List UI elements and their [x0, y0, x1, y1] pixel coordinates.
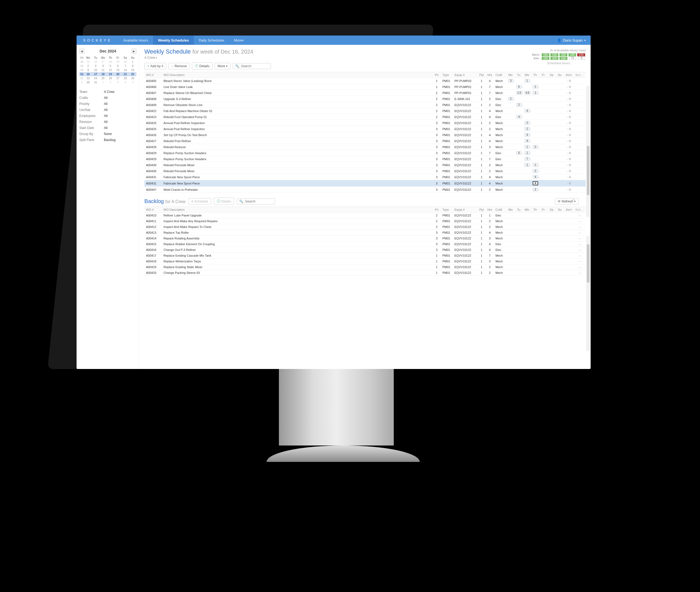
column-header[interactable]: Equip #: [453, 207, 477, 213]
day-cell[interactable]: [531, 138, 539, 144]
column-header[interactable]: We: [523, 207, 531, 213]
day-cell[interactable]: [539, 264, 548, 270]
day-cell[interactable]: [556, 84, 564, 90]
column-header[interactable]: WO Description: [162, 207, 432, 213]
calendar-day[interactable]: 5: [129, 80, 136, 85]
column-header[interactable]: Ppl: [477, 207, 485, 213]
backlog-search[interactable]: 🔍: [237, 198, 275, 204]
day-cell[interactable]: [556, 264, 564, 270]
column-header[interactable]: Alert: [564, 72, 574, 78]
user-menu[interactable]: 👤 Dario Supan: [552, 36, 591, 45]
day-cell[interactable]: [531, 241, 539, 247]
table-row[interactable]: A00406Line Drain Valve Leak1PM01PP-PUMP0…: [144, 84, 586, 90]
day-cell[interactable]: [531, 270, 539, 276]
column-header[interactable]: We: [523, 72, 531, 78]
column-header[interactable]: Th: [531, 72, 539, 78]
day-cell[interactable]: [506, 144, 515, 150]
backlog-refresh-button[interactable]: ⟳ Refresh: [555, 198, 578, 205]
day-cell[interactable]: [539, 218, 548, 224]
calendar-day[interactable]: 1: [99, 80, 107, 85]
day-cell[interactable]: [531, 96, 539, 102]
table-row[interactable]: A00426Set Up CP Pump On Test Bench3PM01E…: [144, 132, 586, 138]
day-cell[interactable]: [548, 102, 556, 108]
backlog-close[interactable]: ×: [572, 198, 575, 202]
day-cell[interactable]: [539, 230, 548, 236]
column-header[interactable]: Hrs: [485, 207, 494, 213]
table-row[interactable]: A00419Replace Existing Static Mixer1PM01…: [144, 264, 586, 270]
day-cell[interactable]: [556, 258, 564, 264]
column-header[interactable]: Hrs: [485, 72, 494, 78]
day-cell[interactable]: [556, 241, 564, 247]
day-cell[interactable]: [548, 84, 556, 90]
column-header[interactable]: Ppl: [477, 72, 485, 78]
calendar-day[interactable]: 28: [122, 76, 129, 80]
day-cell[interactable]: [506, 253, 515, 258]
day-cell[interactable]: [539, 187, 548, 193]
day-cell[interactable]: [556, 213, 564, 218]
day-cell[interactable]: [515, 162, 523, 168]
day-cell[interactable]: [556, 90, 564, 96]
column-header[interactable]: Craft: [494, 207, 506, 213]
table-row[interactable]: A00431Fabricate New Spool Piece3PM01EQVV…: [144, 180, 586, 187]
column-header[interactable]: Sched Comp: [574, 72, 586, 78]
calendar-day[interactable]: 4: [122, 80, 129, 85]
day-cell[interactable]: [548, 174, 556, 180]
day-cell[interactable]: 4: [515, 114, 523, 120]
day-cell[interactable]: [556, 132, 564, 138]
calendar-day[interactable]: 11: [99, 68, 107, 72]
table-row[interactable]: A00430Rebuild Peroxide Mixer3PM01EQVV101…: [144, 168, 586, 174]
day-cell[interactable]: [506, 230, 515, 236]
table-row[interactable]: A00414Repack Rotating Assembly3PM01EQVV1…: [144, 236, 586, 241]
calendar-day[interactable]: 26: [92, 60, 99, 64]
backlog-search-input[interactable]: [245, 200, 270, 203]
table-row[interactable]: A00408Upgrade S-3 Refiner2PM01E-3008-101…: [144, 96, 586, 102]
day-cell[interactable]: 2: [531, 168, 539, 174]
day-cell[interactable]: [539, 162, 548, 168]
day-cell[interactable]: 4: [531, 174, 539, 180]
day-cell[interactable]: [548, 168, 556, 174]
day-cell[interactable]: [548, 213, 556, 218]
day-cell[interactable]: 2: [515, 102, 523, 108]
day-cell[interactable]: [523, 258, 531, 264]
day-cell[interactable]: [515, 108, 523, 114]
day-cell[interactable]: [515, 241, 523, 247]
day-cell[interactable]: [506, 132, 515, 138]
nav-more[interactable]: More: [229, 36, 248, 45]
filter-row[interactable]: Group ByNone: [79, 131, 136, 137]
day-cell[interactable]: [523, 84, 531, 90]
day-cell[interactable]: [539, 120, 548, 126]
day-cell[interactable]: [548, 90, 556, 96]
table-row[interactable]: A00447Weld Cracks In Preheater3PM01EQVV1…: [144, 187, 586, 193]
day-cell[interactable]: [506, 270, 515, 276]
day-cell[interactable]: [515, 224, 523, 230]
day-cell[interactable]: [523, 253, 531, 258]
day-cell[interactable]: [548, 236, 556, 241]
day-cell[interactable]: [515, 236, 523, 241]
day-cell[interactable]: [523, 96, 531, 102]
day-cell[interactable]: [523, 236, 531, 241]
calendar-day[interactable]: 27: [114, 76, 122, 80]
day-cell[interactable]: [539, 102, 548, 108]
calendar-day[interactable]: 29: [129, 76, 136, 80]
day-cell[interactable]: [556, 102, 564, 108]
calendar-day[interactable]: 9: [85, 68, 92, 72]
day-cell[interactable]: [523, 218, 531, 224]
day-cell[interactable]: [506, 236, 515, 241]
calendar-day[interactable]: 3: [114, 80, 122, 85]
calendar-day[interactable]: 24: [92, 76, 99, 80]
calendar-day[interactable]: 15: [129, 68, 136, 72]
day-cell[interactable]: 2: [531, 144, 539, 150]
calendar-day[interactable]: 28: [107, 60, 114, 64]
table-row[interactable]: A00417Replace Existing Cascade Mix Tank1…: [144, 253, 586, 258]
day-cell[interactable]: [556, 270, 564, 276]
day-cell[interactable]: 4.5: [523, 90, 531, 96]
day-cell[interactable]: [506, 213, 515, 218]
day-cell[interactable]: [531, 236, 539, 241]
day-cell[interactable]: [556, 247, 564, 253]
day-cell[interactable]: [531, 132, 539, 138]
day-cell[interactable]: [556, 156, 564, 162]
day-cell[interactable]: [515, 138, 523, 144]
day-cell[interactable]: [506, 187, 515, 193]
day-cell[interactable]: [531, 126, 539, 132]
day-cell[interactable]: [548, 258, 556, 264]
